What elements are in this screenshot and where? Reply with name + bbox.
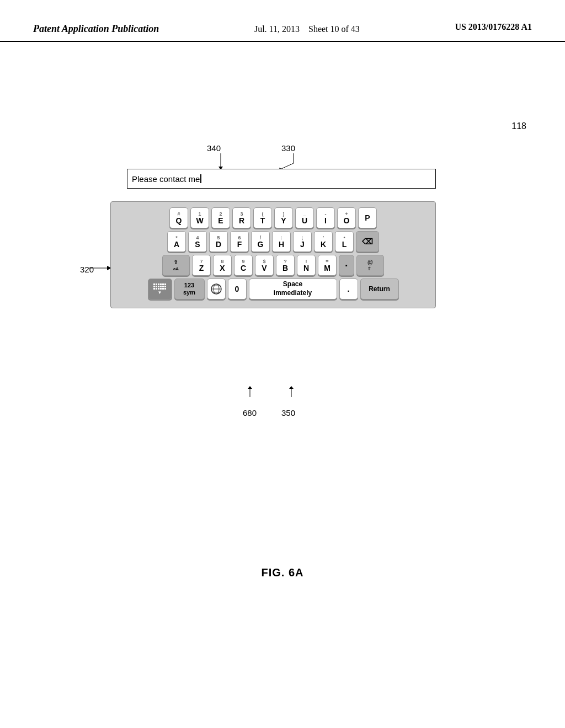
keyboard-row-1: #Q 1W 2E 3R (T )Y _U -I +O P [115,207,431,228]
key-d[interactable]: 5D [209,231,228,252]
key-u[interactable]: _U [295,207,314,228]
key-e[interactable]: 2E [211,207,230,228]
key-keyboard-switch[interactable]: ▼ [148,279,172,299]
page-header: Patent Application Publication Jul. 11, … [0,0,565,42]
publication-date: Jul. 11, 2013 [254,24,300,34]
backspace-icon: ⌫ [362,237,373,246]
key-s[interactable]: 4S [188,231,207,252]
keyboard-row-3: ⇧aA 7Z 8X 9C $V ?B !N =M ▪ @⇧ [115,255,431,276]
key-r[interactable]: 3R [232,207,251,228]
key-period[interactable]: . [339,279,358,299]
key-0[interactable]: 0 [228,279,247,299]
ref-118: 118 [511,121,526,131]
key-z[interactable]: 7Z [192,255,211,276]
key-shift-right[interactable]: @⇧ [356,255,384,276]
sheet-number: Sheet 10 of 43 [308,24,360,34]
key-f[interactable]: 6F [230,231,249,252]
key-i[interactable]: -I [316,207,335,228]
key-h[interactable]: :H [272,231,291,252]
patent-number: US 2013/0176228 A1 [455,22,532,32]
key-q[interactable]: #Q [169,207,188,228]
key-num-1[interactable]: ▪ [339,255,354,276]
key-shift-left[interactable]: ⇧aA [162,255,190,276]
key-x[interactable]: 8X [213,255,232,276]
key-k[interactable]: 'K [314,231,333,252]
globe-icon [210,283,222,295]
keyboard-row-2: *A 4S 5D 6F /G :H ;J 'K •L ⌫ [115,231,431,252]
shift-left-icon: ⇧aA [173,259,179,271]
key-c[interactable]: 9C [234,255,253,276]
keyboard: #Q 1W 2E 3R (T )Y _U -I +O P *A 4S 5D 6F… [110,201,436,308]
key-m[interactable]: =M [318,255,337,276]
ref-340: 340 [207,143,221,153]
key-b[interactable]: ?B [276,255,295,276]
key-n[interactable]: !N [297,255,316,276]
switch-arrow-icon: ▼ [158,290,162,295]
space-label: Spaceimmediately [274,280,312,297]
shift-right-icon: @⇧ [367,259,373,271]
key-w[interactable]: 1W [190,207,209,228]
key-v[interactable]: $V [255,255,274,276]
key-space[interactable]: Spaceimmediately [249,279,337,299]
key-g[interactable]: /G [251,231,270,252]
ref-320: 320 [80,265,94,274]
publication-date-sheet: Jul. 11, 2013 Sheet 10 of 43 [254,22,360,36]
key-return[interactable]: Return [360,279,399,299]
key-y[interactable]: )Y [274,207,293,228]
svg-marker-6 [248,386,252,389]
input-text: Please contact me [132,174,200,184]
keyboard-row-4: ▼ 123sym 0 Spaceimmediately [115,279,431,299]
figure-label: FIG. 6A [261,566,303,579]
return-label: Return [369,285,390,293]
ref-350: 350 [281,408,295,417]
key-backspace[interactable]: ⌫ [356,231,379,252]
keyboard-switch-icon [153,283,166,290]
key-globe[interactable] [207,279,226,299]
ref-330: 330 [281,143,295,153]
key-t[interactable]: (T [253,207,272,228]
svg-line-3 [281,163,294,169]
text-input-field[interactable]: Please contact me [127,169,436,189]
key-a[interactable]: *A [167,231,186,252]
svg-marker-8 [289,386,294,389]
text-cursor [200,174,201,183]
key-j[interactable]: ;J [293,231,312,252]
key-l[interactable]: •L [335,231,354,252]
ref-680: 680 [243,408,257,417]
key-123sym[interactable]: 123sym [174,279,205,299]
publication-type: Patent Application Publication [33,22,159,36]
sym-label: 123sym [183,282,195,296]
key-o[interactable]: +O [337,207,356,228]
key-p[interactable]: P [358,207,377,228]
